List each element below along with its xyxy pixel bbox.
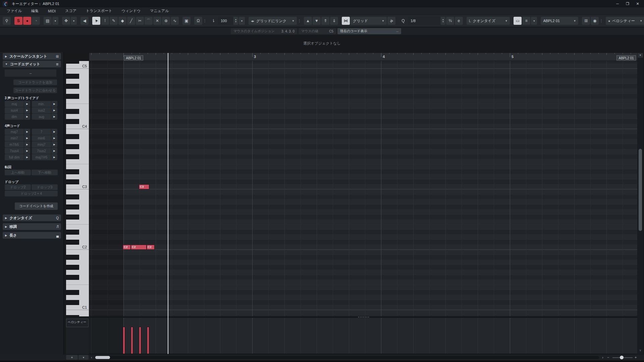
kebab-icon[interactable]: ⋮ (599, 19, 602, 23)
piano-key[interactable] (66, 204, 89, 209)
part-start-handle[interactable]: ABPL2 01 (124, 55, 143, 61)
piano-key[interactable] (66, 315, 89, 316)
piano-key[interactable] (66, 220, 89, 225)
menu-ウィンドウ[interactable]: ウィンドウ (117, 7, 145, 14)
chord-button-sus4[interactable]: sus4► (5, 107, 30, 113)
chord-apply-arrow-icon[interactable]: ► (51, 135, 57, 141)
step-input-icon[interactable]: ⊞ (582, 17, 590, 25)
pitch-grid-link-dropdown[interactable]: ◂▸グリッドにリンク▼ (249, 17, 297, 25)
piano-key[interactable] (66, 139, 89, 144)
piano-key[interactable] (66, 265, 89, 270)
chord-apply-arrow-icon[interactable]: ► (24, 114, 30, 120)
piano-key[interactable] (66, 310, 89, 315)
chord-apply-arrow-icon[interactable]: ► (24, 141, 30, 147)
menu-ファイル[interactable]: ファイル (2, 7, 26, 14)
move-down-button[interactable]: 下へ移動 (32, 170, 58, 175)
piano-key[interactable] (66, 84, 89, 89)
chord-apply-arrow-icon[interactable]: ► (51, 129, 57, 135)
chord-button-min7[interactable]: min7► (5, 135, 30, 141)
time-warp-tool-icon[interactable]: ∿ (171, 17, 179, 25)
piano-keyboard[interactable]: C5C4C3C2C1 (66, 61, 89, 316)
close-icon[interactable]: ✕ (633, 0, 643, 7)
chord-button-dim[interactable]: dim► (5, 114, 30, 120)
scroll-up-icon[interactable]: ▼ (638, 53, 643, 58)
chord-apply-arrow-icon[interactable]: ► (51, 148, 57, 154)
piano-key[interactable] (66, 275, 89, 280)
piano-key[interactable] (66, 174, 89, 179)
move-insert-mode-icon[interactable]: ✥ (62, 17, 70, 25)
maximize-icon[interactable]: ❐ (623, 0, 633, 7)
velocity-bar[interactable] (147, 327, 149, 354)
note-grid[interactable]: C2C2C2C3 (89, 61, 637, 316)
piano-key[interactable] (66, 280, 89, 285)
chord-button-m7/b5[interactable]: m7/b5► (5, 141, 30, 147)
object-selection-tool-icon[interactable]: ➤ (92, 17, 100, 25)
menu-トランスポート[interactable]: トランスポート (81, 7, 117, 14)
note-expression-dropdown-icon[interactable]: ▼ (52, 17, 58, 25)
chord-apply-arrow-icon[interactable]: ► (51, 154, 57, 160)
add-chord-track-button[interactable]: コードトラックを追加 (13, 79, 57, 85)
menu-MIDI[interactable]: MIDI (43, 8, 60, 14)
chord-button-min6[interactable]: min6► (32, 135, 57, 141)
piano-key[interactable] (66, 99, 89, 104)
chord-button-maj7/#5[interactable]: maj7/#5► (32, 154, 57, 160)
chord-button-full dim[interactable]: full dim► (5, 154, 30, 160)
velocity-bar[interactable] (139, 327, 141, 354)
quantize-spinner-up[interactable]: ▲ (441, 18, 445, 21)
piano-key[interactable] (66, 189, 89, 194)
part-end-handle[interactable]: ABPL2 01 (616, 55, 636, 61)
drop2-button[interactable]: ドロップ2 (5, 184, 31, 190)
piano-key[interactable] (66, 169, 89, 174)
piano-key[interactable] (66, 225, 89, 230)
inspector-section-transpose[interactable]: ▶移調Л (3, 223, 61, 230)
piano-key[interactable] (66, 255, 89, 260)
menu-編集[interactable]: 編集 (26, 7, 43, 14)
erase-tool-icon[interactable]: ◆ (118, 17, 126, 25)
quantize-spinner[interactable]: ▲▼ (441, 17, 445, 25)
create-chord-event-button[interactable]: コードイベントを作成 (15, 202, 58, 210)
match-chord-track-button[interactable]: コードトラックに合わせる (13, 87, 57, 93)
chord-button-7sus4[interactable]: 7sus4► (5, 148, 30, 154)
midi-note[interactable]: C2 (123, 245, 131, 250)
snap-icon[interactable]: ⋈ (342, 17, 350, 25)
note-expression-data-icon[interactable]: ▤ (44, 17, 52, 25)
drop2-4-button[interactable]: ドロップ2 + 4 (5, 191, 58, 196)
acoustic-feedback-icon[interactable]: ◔ (32, 17, 40, 25)
velocity-bar[interactable] (131, 327, 133, 354)
piano-key[interactable] (66, 134, 89, 139)
piano-key[interactable] (66, 285, 89, 290)
piano-key[interactable]: C4 (66, 124, 89, 129)
record-icon[interactable]: ● (23, 17, 31, 25)
chord-button-sus2[interactable]: sus2► (32, 107, 57, 113)
piano-key[interactable] (66, 74, 89, 79)
chord-apply-arrow-icon[interactable]: ► (24, 135, 30, 141)
piano-key[interactable]: C5 (66, 64, 89, 69)
piano-key[interactable] (66, 250, 89, 255)
piano-key[interactable] (66, 94, 89, 99)
menu-マニュアル[interactable]: マニュアル (145, 7, 173, 14)
piano-key[interactable] (66, 149, 89, 154)
move-up-button[interactable]: 上へ移動 (5, 170, 31, 175)
chord-button-maj7[interactable]: maj7► (5, 129, 30, 135)
chord-button-minj7[interactable]: minj7► (32, 141, 57, 147)
piano-key[interactable] (66, 209, 89, 215)
chord-apply-arrow-icon[interactable]: ► (24, 107, 30, 113)
insert-velocity-spinner[interactable]: ▲▼ (233, 17, 238, 25)
pin-icon[interactable]: ⚲ (3, 17, 11, 25)
chord-button-7sus2[interactable]: 7sus2► (32, 148, 57, 154)
length-quantize-dropdown[interactable]: Lクオンタイズ▼ (467, 17, 510, 25)
piano-key[interactable] (66, 164, 89, 169)
piano-key[interactable]: C3 (66, 184, 89, 189)
piano-key[interactable] (66, 159, 89, 164)
piano-key[interactable] (66, 109, 89, 114)
velocity-lane[interactable] (89, 318, 637, 354)
piano-key[interactable] (66, 144, 89, 149)
piano-key[interactable] (66, 154, 89, 159)
piano-key[interactable] (66, 79, 89, 84)
quantize-q-icon[interactable]: Q (399, 17, 407, 25)
quantize-spinner-down[interactable]: ▼ (441, 21, 445, 23)
split-tool-icon[interactable]: ✂ (136, 17, 144, 25)
inspector-section-quantize[interactable]: ▶クオンタイズQ (3, 215, 61, 221)
mute-tool-icon[interactable]: ✕ (153, 17, 161, 25)
relative-grid-icon[interactable]: -|+ (387, 17, 395, 25)
